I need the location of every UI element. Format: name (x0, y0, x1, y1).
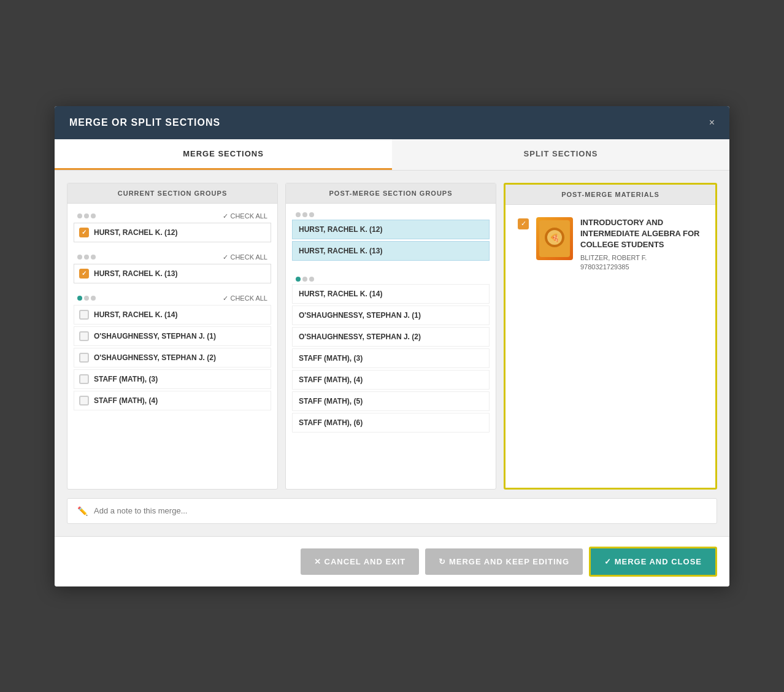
book-item[interactable]: ✓ 🍕 INTRODUCTORY AND INTERMED (512, 211, 709, 277)
dot (91, 255, 96, 260)
list-item[interactable]: O'SHAUGHNESSY, STEPHAN J. (2) (292, 327, 490, 347)
dot (309, 277, 314, 282)
checkbox[interactable]: ✓ (79, 228, 89, 237)
modal-overlay: MERGE OR SPLIT SECTIONS × MERGE SECTIONS… (0, 0, 784, 692)
merge-and-keep-editing-button[interactable]: ↻ MERGE AND KEEP EDITING (425, 548, 583, 575)
current-column-content: ✓ CHECK ALL ✓ HURST, RACHEL K. (12) (67, 204, 277, 489)
list-item[interactable]: O'SHAUGHNESSY, STEPHAN J. (1) (74, 326, 271, 346)
note-area: ✏️ (67, 498, 717, 524)
dots-1 (77, 213, 96, 218)
dot-teal (296, 277, 301, 282)
pencil-icon: ✏️ (77, 506, 88, 516)
list-item[interactable]: HURST, RACHEL K. (14) (74, 305, 271, 325)
check-all-row-2: ✓ CHECK ALL (74, 251, 271, 264)
columns-container: CURRENT SECTION GROUPS ✓ CHECK ALL (67, 183, 717, 490)
dot (91, 213, 96, 218)
checkbox[interactable] (79, 396, 89, 406)
modal-title: MERGE OR SPLIT SECTIONS (69, 117, 220, 128)
postmerge-group-1: HURST, RACHEL K. (12) HURST, RACHEL K. (… (292, 210, 490, 261)
postmerge-group-2: HURST, RACHEL K. (14) O'SHAUGHNESSY, STE… (292, 274, 490, 433)
postmerge-dots-row-2 (292, 274, 490, 284)
tab-split-sections[interactable]: SPLIT SECTIONS (392, 139, 729, 170)
postmerge-column-content: HURST, RACHEL K. (12) HURST, RACHEL K. (… (286, 204, 496, 489)
list-item[interactable]: ✓ HURST, RACHEL K. (12) (74, 223, 271, 242)
checkbox[interactable] (79, 331, 89, 341)
list-item[interactable]: STAFF (MATH), (3) (292, 348, 490, 368)
list-item[interactable]: O'SHAUGHNESSY, STEPHAN J. (1) (292, 306, 490, 325)
list-item[interactable]: HURST, RACHEL K. (13) (292, 241, 490, 261)
check-all-row-1: ✓ CHECK ALL (74, 210, 271, 223)
tab-merge-sections[interactable]: MERGE SECTIONS (55, 139, 392, 170)
dots-2 (77, 255, 96, 260)
list-item[interactable]: HURST, RACHEL K. (14) (292, 284, 490, 304)
dot (84, 213, 89, 218)
note-input[interactable] (94, 506, 707, 515)
dot (302, 277, 307, 282)
check-all-link-1[interactable]: ✓ CHECK ALL (223, 212, 267, 220)
list-item[interactable]: STAFF (MATH), (5) (292, 391, 490, 411)
checkbox[interactable] (79, 374, 89, 384)
cancel-and-exit-button[interactable]: ✕ CANCEL AND EXIT (301, 548, 419, 575)
list-item[interactable]: STAFF (MATH), (3) (74, 369, 271, 389)
current-group-3: ✓ CHECK ALL HURST, RACHEL K. (14) O'SHAU… (74, 292, 271, 410)
check-all-link-3[interactable]: ✓ CHECK ALL (223, 294, 267, 302)
modal-body: CURRENT SECTION GROUPS ✓ CHECK ALL (55, 171, 729, 536)
book-info: INTRODUCTORY AND INTERMEDIATE ALGEBRA FO… (580, 217, 703, 271)
group-divider (292, 269, 490, 274)
checkbox[interactable] (79, 310, 89, 320)
modal-footer: ✕ CANCEL AND EXIT ↻ MERGE AND KEEP EDITI… (55, 536, 729, 586)
modal-header: MERGE OR SPLIT SECTIONS × (55, 106, 729, 139)
postmerge-materials-column: POST-MERGE MATERIALS ✓ 🍕 (504, 183, 717, 490)
current-column-header: CURRENT SECTION GROUPS (67, 183, 277, 204)
postmerge-section-groups-column: POST-MERGE SECTION GROUPS (285, 183, 496, 490)
check-all-row-3: ✓ CHECK ALL (74, 292, 271, 305)
current-group-2: ✓ CHECK ALL ✓ HURST, RACHEL K. (13) (74, 251, 271, 283)
book-thumbnail: 🍕 (536, 217, 573, 260)
dot (309, 212, 314, 217)
list-item[interactable]: HURST, RACHEL K. (12) (292, 220, 490, 239)
postmerge-column-header: POST-MERGE SECTION GROUPS (286, 183, 496, 204)
postmerge-dots-row-1 (292, 210, 490, 220)
dot (84, 255, 89, 260)
dot (84, 296, 89, 301)
list-item[interactable]: ✓ HURST, RACHEL K. (13) (74, 264, 271, 283)
dot (302, 212, 307, 217)
current-section-groups-column: CURRENT SECTION GROUPS ✓ CHECK ALL (67, 183, 278, 490)
dots-3 (77, 296, 96, 301)
checkbox[interactable] (79, 353, 89, 363)
book-isbn: 9780321729385 (580, 263, 703, 271)
modal-container: MERGE OR SPLIT SECTIONS × MERGE SECTIONS… (55, 106, 729, 586)
merge-and-close-button[interactable]: ✓ MERGE AND CLOSE (589, 547, 717, 577)
list-item[interactable]: O'SHAUGHNESSY, STEPHAN J. (2) (74, 348, 271, 367)
list-item[interactable]: STAFF (MATH), (4) (74, 391, 271, 410)
book-author: BLITZER, ROBERT F. (580, 254, 703, 261)
list-item[interactable]: STAFF (MATH), (4) (292, 370, 490, 390)
tabs-bar: MERGE SECTIONS SPLIT SECTIONS (55, 139, 729, 171)
materials-column-content: ✓ 🍕 INTRODUCTORY AND INTERMED (505, 205, 715, 488)
dot-teal (77, 296, 82, 301)
dot (77, 213, 82, 218)
dot (91, 296, 96, 301)
svg-text:🍕: 🍕 (550, 233, 560, 243)
dots (296, 212, 314, 217)
dots (296, 277, 314, 282)
materials-checkbox[interactable]: ✓ (518, 218, 529, 229)
dot (77, 255, 82, 260)
check-all-link-2[interactable]: ✓ CHECK ALL (223, 253, 267, 261)
dot (296, 212, 301, 217)
close-button[interactable]: × (709, 117, 715, 128)
book-title: INTRODUCTORY AND INTERMEDIATE ALGEBRA FO… (580, 217, 703, 251)
materials-column-header: POST-MERGE MATERIALS (505, 185, 715, 205)
list-item[interactable]: STAFF (MATH), (6) (292, 413, 490, 433)
current-group-1: ✓ CHECK ALL ✓ HURST, RACHEL K. (12) (74, 210, 271, 242)
checkbox[interactable]: ✓ (79, 269, 89, 279)
